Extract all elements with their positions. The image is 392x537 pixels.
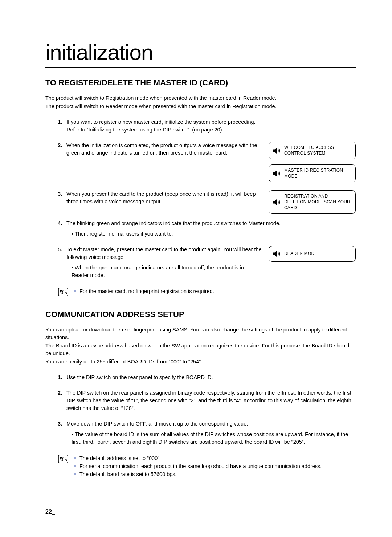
speaker-icon bbox=[273, 199, 281, 206]
steps-list: 1. If you want to register a new master … bbox=[45, 118, 356, 279]
step-text: The DIP switch on the rear panel is assi… bbox=[66, 390, 351, 411]
note-icon bbox=[58, 287, 69, 297]
step-subbullet: Then, register normal users if you want … bbox=[66, 230, 356, 238]
voice-message-text: REGISTRATION AND DELETION MODE, SCAN YOU… bbox=[284, 194, 351, 211]
step-item: 2. When the initialization is completed,… bbox=[45, 142, 356, 182]
voice-message-box: READER MODE bbox=[269, 246, 356, 262]
step-text: To exit Master mode, present the master … bbox=[66, 247, 262, 260]
intro-text: The product will switch to Reader mode w… bbox=[45, 103, 356, 110]
step-text: When you present the card to the product… bbox=[66, 191, 256, 204]
note-item: The default baud rate is set to 57600 bp… bbox=[74, 470, 322, 478]
note-block: The default address is set to “000”. For… bbox=[58, 454, 356, 479]
step-text: When the initialization is completed, th… bbox=[66, 142, 257, 156]
voice-message-text: READER MODE bbox=[284, 251, 318, 257]
note-icon bbox=[58, 454, 69, 464]
step-text: Refer to “Initializing the system using … bbox=[66, 127, 222, 133]
body-paragraph: The Board ID is a device address based o… bbox=[45, 342, 356, 357]
note-item: For serial communication, each product i… bbox=[74, 462, 322, 470]
voice-message-box: WELCOME TO ACCESS CONTROL SYSTEM bbox=[269, 142, 356, 159]
svg-rect-0 bbox=[58, 288, 68, 296]
step-text: Move down the DIP switch to OFF, and mov… bbox=[66, 421, 248, 427]
voice-message-box: MASTER ID REGISTRATION MODE bbox=[269, 164, 356, 182]
step-text: If you want to register a new master car… bbox=[66, 119, 256, 125]
step-text: Use the DIP switch on the rear panel to … bbox=[66, 374, 213, 380]
step-item: 5. To exit Master mode, present the mast… bbox=[45, 246, 356, 279]
step-number: 3. bbox=[58, 420, 62, 428]
note-list: The default address is set to “000”. For… bbox=[74, 454, 322, 479]
step-item: 1. Use the DIP switch on the rear panel … bbox=[45, 374, 356, 381]
page-number: 22_ bbox=[45, 509, 56, 515]
step-item: 2. The DIP switch on the rear panel is a… bbox=[45, 389, 356, 412]
step-number: 2. bbox=[58, 389, 62, 397]
step-number: 5. bbox=[58, 246, 62, 253]
step-number: 1. bbox=[58, 374, 62, 381]
voice-message-text: MASTER ID REGISTRATION MODE bbox=[284, 168, 351, 179]
svg-rect-1 bbox=[58, 455, 68, 463]
speaker-icon bbox=[273, 147, 281, 154]
body-paragraph: You can specify up to 255 different BOAR… bbox=[45, 358, 356, 366]
section-heading-comm-address: COMMUNICATION ADDRESS SETUP bbox=[45, 310, 356, 321]
speaker-icon bbox=[273, 170, 281, 177]
note-item: The default address is set to “000”. bbox=[74, 454, 322, 462]
voice-message-box: REGISTRATION AND DELETION MODE, SCAN YOU… bbox=[269, 190, 356, 214]
body-paragraph: You can upload or download the user fing… bbox=[45, 326, 356, 341]
voice-message-text: WELCOME TO ACCESS CONTROL SYSTEM bbox=[284, 145, 351, 156]
step-number: 3. bbox=[58, 190, 62, 198]
step-number: 1. bbox=[58, 118, 62, 126]
step-subbullet: When the green and orange indicators are… bbox=[66, 264, 262, 279]
speaker-icon bbox=[273, 251, 281, 257]
step-item: 3. When you present the card to the prod… bbox=[45, 190, 356, 214]
note-list: For the master card, no fingerprint regi… bbox=[74, 287, 214, 295]
step-text: The blinking green and orange indicators… bbox=[66, 220, 281, 226]
step-item: 4. The blinking green and orange indicat… bbox=[45, 220, 356, 238]
step-number: 2. bbox=[58, 142, 62, 149]
step-item: 3. Move down the DIP switch to OFF, and … bbox=[45, 420, 356, 446]
section-heading-register-master: TO REGISTER/DELETE THE MASTER ID (CARD) bbox=[45, 78, 356, 89]
step-item: 1. If you want to register a new master … bbox=[45, 118, 356, 134]
note-item: For the master card, no fingerprint regi… bbox=[74, 287, 214, 295]
intro-text: The product will switch to Registration … bbox=[45, 94, 356, 102]
manual-page: initialization TO REGISTER/DELETE THE MA… bbox=[0, 0, 392, 537]
chapter-title: initialization bbox=[45, 40, 356, 68]
step-number: 4. bbox=[58, 220, 62, 227]
note-block: For the master card, no fingerprint regi… bbox=[58, 287, 356, 297]
step-subbullet: The value of the board ID is the sum of … bbox=[66, 431, 356, 446]
steps-list: 1. Use the DIP switch on the rear panel … bbox=[45, 374, 356, 446]
